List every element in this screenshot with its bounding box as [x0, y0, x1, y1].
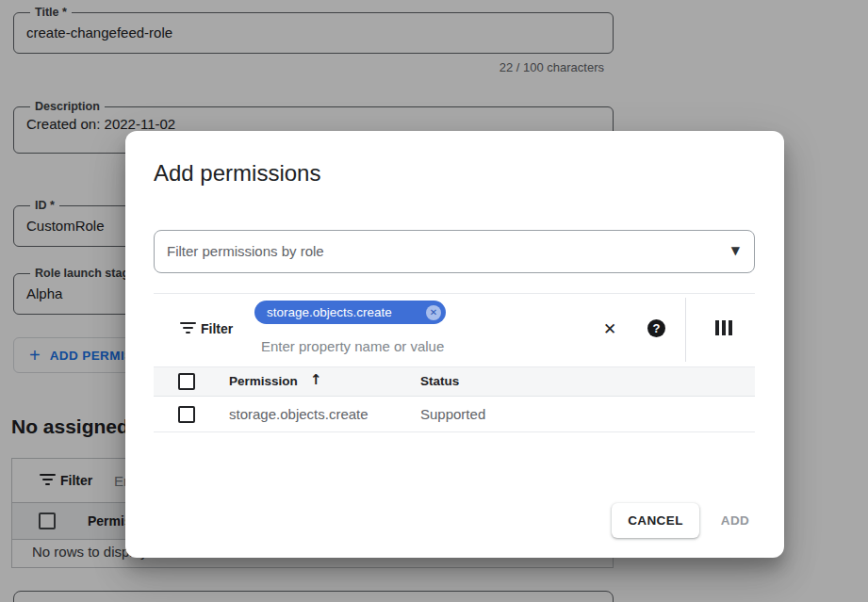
- role-filter-dropdown[interactable]: Filter permissions by role ▼: [154, 230, 755, 273]
- help-icon[interactable]: ?: [647, 319, 665, 337]
- dialog-filter-input[interactable]: [259, 334, 574, 358]
- toolbar-vertical-divider: [685, 298, 686, 362]
- add-button[interactable]: ADD: [708, 503, 762, 538]
- filter-chip-label: storage.objects.create: [267, 305, 392, 319]
- role-filter-dropdown-value: Filter permissions by role: [167, 231, 324, 272]
- clear-filters-icon[interactable]: ✕: [599, 318, 620, 339]
- dialog-table-header: Permission ↑ Status: [154, 366, 755, 397]
- toolbar-divider: [154, 293, 755, 294]
- row-status-cell: Supported: [420, 397, 485, 431]
- cancel-button[interactable]: CANCEL: [612, 503, 699, 538]
- row-permission-cell: storage.objects.create: [229, 397, 368, 431]
- dialog-filter-label: Filter: [201, 321, 233, 336]
- add-permissions-dialog: Add permissions Filter permissions by ro…: [125, 131, 784, 558]
- filter-icon: [179, 322, 196, 334]
- chip-remove-icon[interactable]: ✕: [426, 305, 441, 320]
- row-checkbox[interactable]: [178, 406, 195, 423]
- status-column-header: Status: [420, 374, 459, 388]
- dialog-title: Add permissions: [154, 160, 320, 187]
- column-display-icon[interactable]: [715, 320, 732, 335]
- filter-chip[interactable]: storage.objects.create ✕: [254, 301, 446, 324]
- chevron-down-icon: ▼: [731, 244, 740, 257]
- table-row[interactable]: storage.objects.create Supported: [154, 397, 755, 432]
- permission-column-header[interactable]: Permission: [229, 374, 298, 388]
- sort-ascending-icon[interactable]: ↑: [310, 371, 322, 388]
- select-all-checkbox[interactable]: [178, 373, 195, 390]
